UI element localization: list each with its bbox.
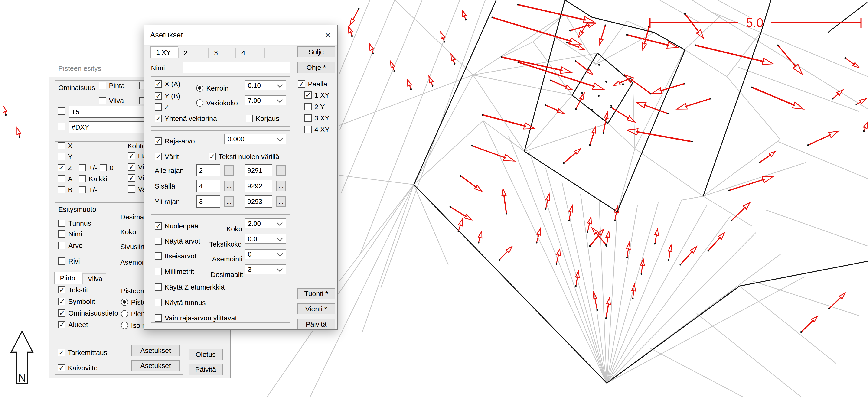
checkbox-itseisarvot[interactable]	[155, 252, 162, 259]
tab-4-label: 4	[242, 49, 245, 57]
checkbox-millimetrit[interactable]	[155, 268, 162, 275]
sisalla-code-value: 9292	[247, 182, 262, 190]
checkbox-yhtena-vektorina[interactable]	[155, 115, 162, 122]
sisalla-code-input[interactable]: 9292	[245, 180, 272, 192]
sisalla-code-browse-button[interactable]: ...	[276, 181, 286, 191]
tuonti-button[interactable]: Tuonti *	[297, 288, 335, 299]
asetukset-button-1[interactable]: Asetukset	[131, 345, 180, 356]
checkbox-plusminus-1[interactable]	[79, 164, 86, 171]
checkbox-tekstit[interactable]	[58, 286, 65, 294]
checkbox-paalla-4xy[interactable]	[304, 126, 312, 133]
checkbox-kaikki[interactable]	[79, 175, 86, 182]
checkbox-zero[interactable]	[100, 164, 107, 171]
checkbox-x[interactable]	[58, 142, 65, 149]
checkbox-b[interactable]	[58, 186, 65, 193]
vakiokoko-value: 7.00	[248, 97, 261, 104]
checkbox-paalla[interactable]	[298, 80, 305, 88]
checkbox-nimi[interactable]	[58, 230, 65, 238]
checkbox-t5[interactable]	[58, 108, 65, 115]
kerroin-dropdown[interactable]: 0.10	[245, 80, 286, 90]
tab-viiva[interactable]: Viiva	[82, 273, 106, 284]
ohje-button[interactable]: Ohje *	[297, 62, 335, 73]
radio-vakiokoko[interactable]	[196, 99, 204, 106]
paivita-button-main[interactable]: Päivitä	[297, 319, 335, 330]
alle-rajan-browse-button[interactable]: ...	[224, 165, 234, 176]
alle-rajan-code-input[interactable]: 9291	[245, 164, 272, 177]
asetukset-button-1-label: Asetukset	[140, 347, 171, 355]
tab-4[interactable]: 4	[236, 48, 265, 58]
asetukset-button-2[interactable]: Asetukset	[131, 360, 180, 371]
checkbox-dxy[interactable]	[58, 123, 65, 130]
checkbox-korjaus[interactable]	[246, 115, 253, 122]
tekstikoko-dropdown[interactable]: 0.0	[245, 234, 286, 244]
koko-dropdown[interactable]: 2.00	[245, 218, 286, 228]
radio-pieni[interactable]	[121, 310, 128, 317]
raja-arvo-label: Raja-arvo	[165, 138, 195, 145]
checkbox-nayta-arvot[interactable]	[155, 238, 162, 245]
checkbox-yb[interactable]	[155, 92, 162, 100]
yli-rajan-label: Yli rajan	[155, 198, 180, 205]
desimaalit-dropdown[interactable]: 3	[245, 265, 286, 274]
oletus-button[interactable]: Oletus	[189, 349, 223, 360]
asemointi-dropdown[interactable]: 0	[245, 249, 286, 259]
checkbox-viiva[interactable]	[99, 97, 106, 104]
yli-rajan-browse-button[interactable]: ...	[224, 196, 234, 207]
chevron-down-icon	[277, 235, 283, 241]
titlebar-asetukset[interactable]: Asetukset ×	[144, 25, 337, 45]
nimi-input[interactable]	[183, 62, 290, 73]
checkbox-paalla-3xy[interactable]	[304, 115, 312, 122]
radio-kerroin[interactable]	[196, 85, 204, 92]
checkbox-arvo[interactable]	[58, 242, 65, 249]
checkbox-teksti-nuolen-varilla[interactable]	[209, 153, 216, 160]
alle-rajan-code-value: 9291	[247, 167, 262, 174]
checkbox-symbolit[interactable]	[58, 298, 65, 305]
tab-piirto[interactable]: Piirto	[54, 272, 82, 284]
checkbox-nayta-tunnus[interactable]	[155, 299, 162, 306]
sisalla-browse-button[interactable]: ...	[224, 181, 234, 191]
vienti-button[interactable]: Vienti *	[297, 303, 335, 314]
checkbox-plusminus-2[interactable]	[79, 186, 86, 193]
alle-rajan-code-browse-button[interactable]: ...	[276, 165, 286, 176]
checkbox-nuolenpaa[interactable]	[155, 222, 162, 230]
checkbox-varit[interactable]	[155, 153, 162, 160]
close-icon[interactable]: ×	[322, 29, 334, 41]
checkbox-a[interactable]	[58, 175, 65, 182]
checkbox-vain-raja-arvon-ylittavat[interactable]	[155, 314, 162, 322]
checkbox-ha[interactable]	[128, 152, 135, 159]
checkbox-kaivoviite[interactable]	[58, 364, 65, 371]
checkbox-vii-1[interactable]	[128, 163, 135, 171]
tab-2[interactable]: 2	[178, 48, 209, 58]
millimetrit-label: Millimetrit	[165, 268, 194, 275]
checkbox-tunnus[interactable]	[58, 220, 65, 227]
checkbox-alueet[interactable]	[58, 321, 65, 328]
checkbox-pinta[interactable]	[99, 82, 106, 89]
paivita-button-left[interactable]: Päivitä	[189, 364, 223, 375]
radio-iso-rivi[interactable]	[121, 322, 128, 329]
checkbox-tarkemittaus[interactable]	[58, 349, 65, 356]
sulje-button[interactable]: Sulje	[297, 47, 335, 57]
checkbox-raja-arvo[interactable]	[155, 138, 162, 145]
checkbox-rivi[interactable]	[58, 257, 65, 265]
alle-rajan-input[interactable]: 2	[196, 164, 220, 177]
yli-rajan-code-browse-button[interactable]: ...	[276, 196, 286, 207]
checkbox-paalla-2y[interactable]	[304, 103, 312, 110]
checkbox-y[interactable]	[58, 153, 65, 160]
checkbox-ominaisuustieto[interactable]	[58, 309, 65, 317]
radio-piste[interactable]	[121, 299, 128, 306]
yli-rajan-input[interactable]: 3	[196, 195, 220, 208]
ellipsis-icon: ...	[278, 167, 283, 174]
checkbox-va[interactable]	[128, 185, 135, 193]
tab-3[interactable]: 3	[209, 48, 236, 58]
raja-arvo-dropdown[interactable]: 0.000	[224, 134, 286, 144]
vakiokoko-dropdown[interactable]: 7.00	[245, 95, 286, 105]
pinta-label: Pinta	[109, 82, 125, 89]
checkbox-z[interactable]	[58, 164, 65, 171]
checkbox-vii-2[interactable]	[128, 174, 135, 182]
sisalla-input[interactable]: 4	[196, 180, 220, 192]
checkbox-kayta-z-etumerkkia[interactable]	[155, 283, 162, 291]
checkbox-xa[interactable]	[155, 80, 162, 88]
checkbox-z-main[interactable]	[155, 103, 162, 111]
checkbox-paalla-1xy[interactable]	[304, 91, 312, 99]
tab-1-xy[interactable]: 1 XY	[151, 47, 178, 58]
yli-rajan-code-input[interactable]: 9293	[245, 195, 272, 208]
